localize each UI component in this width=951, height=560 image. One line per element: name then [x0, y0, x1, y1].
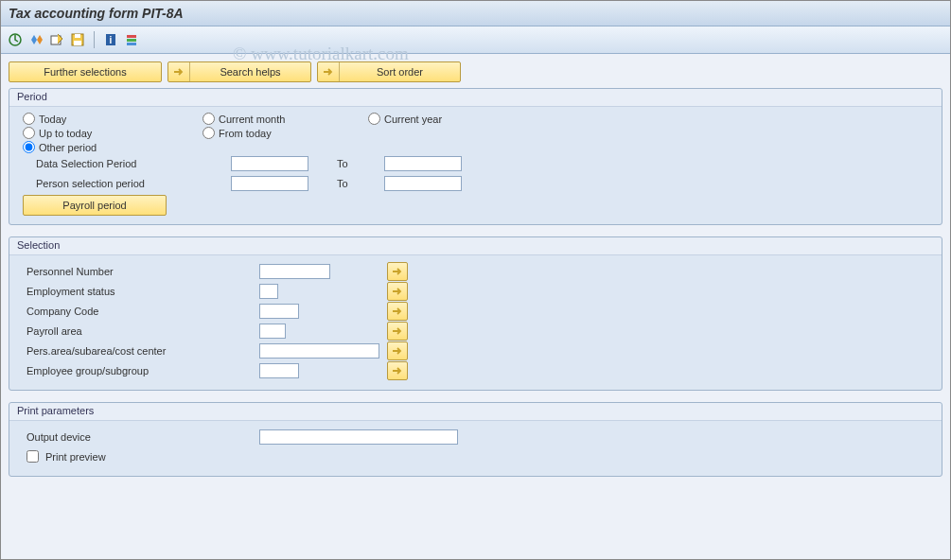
employment-status-input[interactable]: [259, 284, 278, 299]
selection-header: Selection: [9, 237, 942, 255]
svg-rect-3: [75, 34, 80, 38]
pers-area-input[interactable]: [259, 343, 379, 359]
to-label: To: [308, 178, 384, 189]
svg-rect-7: [127, 35, 136, 38]
variant-icon[interactable]: [27, 31, 44, 48]
payroll-period-button[interactable]: Payroll period: [23, 195, 167, 216]
print-preview-checkbox[interactable]: Print preview: [23, 447, 106, 465]
selection-buttons-row: Further selections Search helps Sort ord…: [9, 61, 942, 82]
data-selection-period-label: Data Selection Period: [23, 158, 231, 169]
svg-text:i: i: [110, 35, 113, 45]
radio-today[interactable]: Today: [23, 113, 203, 125]
data-selection-to-input[interactable]: [384, 156, 462, 171]
page-title: Tax accounting form PIT-8A: [9, 6, 184, 21]
employee-group-input[interactable]: [259, 363, 299, 378]
employment-status-label: Employment status: [23, 286, 259, 297]
svg-rect-4: [74, 41, 81, 45]
output-device-label: Output device: [23, 431, 259, 443]
execute-icon[interactable]: [7, 31, 24, 48]
save-icon[interactable]: [69, 31, 86, 48]
pers-area-multi-button[interactable]: [387, 341, 408, 360]
employee-group-multi-button[interactable]: [387, 361, 408, 380]
period-panel: Period Today Current month Current year …: [9, 88, 942, 225]
to-label: To: [308, 158, 384, 169]
payroll-area-multi-button[interactable]: [387, 322, 408, 341]
arrow-right-icon: [168, 62, 190, 81]
payroll-period-label: Payroll period: [62, 200, 126, 211]
data-selection-from-input[interactable]: [231, 156, 308, 171]
sort-order-label: Sort order: [340, 66, 460, 78]
print-panel: Print parameters Output device Print pre…: [9, 402, 942, 477]
radio-current-year[interactable]: Current year: [368, 113, 534, 125]
selection-panel: Selection Personnel Number Employment st…: [9, 236, 942, 391]
person-selection-period-label: Person selection period: [23, 178, 231, 189]
output-device-input[interactable]: [259, 429, 458, 445]
radio-up-to-today[interactable]: Up to today: [23, 127, 203, 139]
employment-status-multi-button[interactable]: [387, 282, 408, 301]
further-selections-button[interactable]: Further selections: [9, 61, 162, 82]
personnel-number-multi-button[interactable]: [387, 262, 408, 281]
employee-group-label: Employee group/subgroup: [23, 365, 259, 376]
radio-from-today[interactable]: From today: [203, 127, 368, 139]
person-selection-from-input[interactable]: [231, 176, 308, 191]
personnel-number-input[interactable]: [259, 264, 330, 279]
sort-order-button[interactable]: Sort order: [317, 61, 461, 82]
svg-rect-9: [127, 43, 136, 45]
info-icon[interactable]: i: [102, 31, 119, 48]
company-code-label: Company Code: [23, 306, 259, 317]
app-toolbar: i: [1, 26, 950, 54]
title-bar: Tax accounting form PIT-8A: [1, 1, 950, 26]
company-code-input[interactable]: [259, 304, 299, 319]
arrow-right-icon: [318, 62, 340, 81]
company-code-multi-button[interactable]: [387, 302, 408, 321]
payroll-area-input[interactable]: [259, 324, 286, 339]
personnel-number-label: Personnel Number: [23, 266, 259, 277]
print-header: Print parameters: [9, 403, 942, 421]
pers-area-label: Pers.area/subarea/cost center: [23, 345, 259, 357]
get-variant-icon[interactable]: [48, 31, 65, 48]
org-structure-icon[interactable]: [123, 31, 140, 48]
person-selection-to-input[interactable]: [384, 176, 462, 191]
payroll-area-label: Payroll area: [23, 325, 259, 337]
radio-other-period[interactable]: Other period: [23, 141, 203, 153]
radio-current-month[interactable]: Current month: [203, 113, 368, 125]
period-header: Period: [9, 89, 942, 107]
svg-rect-8: [127, 39, 136, 42]
further-selections-label: Further selections: [44, 66, 126, 78]
toolbar-separator: [94, 31, 95, 48]
search-helps-label: Search helps: [190, 66, 310, 78]
search-helps-button[interactable]: Search helps: [167, 61, 311, 82]
